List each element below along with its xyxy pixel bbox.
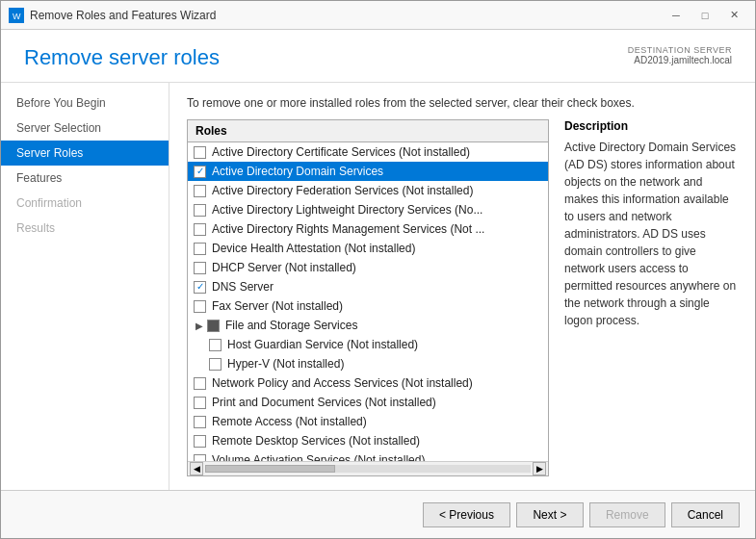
list-item[interactable]: DNS Server (188, 277, 548, 296)
content-area: Remove server roles DESTINATION SERVER A… (1, 30, 755, 490)
sidebar-item-results: Results (1, 216, 169, 241)
description-text: Active Directory Domain Services (AD DS)… (564, 139, 738, 329)
list-item[interactable]: Network Policy and Access Services (Not … (188, 373, 548, 393)
checkbox-vol-act[interactable] (194, 454, 206, 462)
panels: Roles Active Directory Certificate Servi… (187, 119, 738, 476)
list-item[interactable]: Active Directory Rights Management Servi… (188, 219, 548, 239)
previous-button[interactable]: < Previous (423, 502, 510, 527)
page-title: Remove server roles (24, 45, 220, 70)
list-item[interactable]: Active Directory Federation Services (No… (188, 181, 548, 200)
role-label: Network Policy and Access Services (Not … (212, 376, 473, 390)
wizard-icon: W (9, 8, 24, 23)
destination-server-name: AD2019.jamiltech.local (628, 55, 732, 65)
main-content: To remove one or more installed roles fr… (169, 83, 755, 490)
roles-list[interactable]: Active Directory Certificate Services (N… (188, 142, 548, 461)
main-area: Before You Begin Server Selection Server… (1, 83, 755, 490)
checkbox-dns[interactable] (194, 281, 206, 294)
cancel-button[interactable]: Cancel (671, 502, 740, 527)
title-bar-left: W Remove Roles and Features Wizard (9, 8, 216, 23)
list-item[interactable]: Hyper-V (Not installed) (203, 354, 548, 373)
role-label: Remote Access (Not installed) (212, 415, 367, 428)
role-label: Print and Document Services (Not install… (212, 396, 436, 409)
checkbox-ad-cert[interactable] (194, 146, 206, 159)
list-item[interactable]: DHCP Server (Not installed) (188, 258, 548, 277)
remove-button[interactable]: Remove (589, 502, 665, 527)
checkbox-dhcp[interactable] (194, 262, 206, 274)
sidebar-item-features[interactable]: Features (1, 166, 169, 191)
checkbox-remote-access[interactable] (194, 416, 206, 428)
list-item[interactable]: Device Health Attestation (Not installed… (188, 239, 548, 258)
sidebar: Before You Begin Server Selection Server… (1, 83, 169, 490)
role-label: Volume Activation Services (Not installe… (212, 453, 425, 461)
role-label: Host Guardian Service (Not installed) (227, 338, 418, 351)
sidebar-item-before-you-begin[interactable]: Before You Begin (1, 90, 169, 116)
checkbox-ad-ds[interactable] (194, 166, 206, 178)
checkbox-npas[interactable] (194, 377, 206, 390)
checkbox-ad-rms[interactable] (194, 223, 206, 236)
checkbox-ad-lds[interactable] (194, 204, 206, 217)
role-label: Active Directory Federation Services (No… (212, 184, 473, 197)
role-label: Active Directory Lightweight Directory S… (212, 203, 482, 217)
roles-panel-header: Roles (188, 120, 548, 142)
scroll-track[interactable] (205, 465, 531, 473)
footer: < Previous Next > Remove Cancel (1, 490, 755, 538)
list-item[interactable]: Print and Document Services (Not install… (188, 393, 548, 412)
minimize-button[interactable]: ─ (663, 5, 690, 26)
description-header: Description (564, 119, 738, 133)
role-label: Active Directory Domain Services (212, 165, 383, 178)
scroll-left-btn[interactable]: ◀ (190, 462, 203, 475)
title-bar: W Remove Roles and Features Wizard ─ □ ✕ (1, 1, 755, 30)
roles-panel: Roles Active Directory Certificate Servi… (187, 119, 549, 476)
list-item[interactable]: Active Directory Domain Services (188, 162, 548, 181)
sidebar-item-server-roles[interactable]: Server Roles (1, 141, 169, 166)
role-label: Remote Desktop Services (Not installed) (212, 434, 420, 448)
role-label: Hyper-V (Not installed) (227, 357, 344, 371)
title-bar-controls: ─ □ ✕ (663, 5, 747, 26)
checkbox-rds[interactable] (194, 435, 206, 448)
horizontal-scrollbar[interactable]: ◀ ▶ (188, 461, 548, 475)
checkbox-file-storage[interactable] (207, 320, 220, 332)
list-item[interactable]: Volume Activation Services (Not installe… (188, 450, 548, 461)
role-label: Active Directory Certificate Services (N… (212, 145, 470, 159)
sidebar-item-confirmation: Confirmation (1, 191, 169, 216)
list-item[interactable]: ▶ File and Storage Services (188, 316, 548, 335)
description-panel: Description Active Directory Domain Serv… (564, 119, 738, 476)
destination-label: DESTINATION SERVER (628, 45, 732, 55)
role-label: File and Storage Services (225, 319, 357, 332)
checkbox-ad-fed[interactable] (194, 185, 206, 197)
list-item[interactable]: Remote Access (Not installed) (188, 412, 548, 431)
role-label: DHCP Server (Not installed) (212, 261, 356, 274)
role-label: Active Directory Rights Management Servi… (212, 222, 484, 236)
list-item[interactable]: Remote Desktop Services (Not installed) (188, 431, 548, 450)
role-label: Device Health Attestation (Not installed… (212, 242, 415, 255)
destination-server-info: DESTINATION SERVER AD2019.jamiltech.loca… (628, 45, 732, 65)
checkbox-print-doc[interactable] (194, 397, 206, 409)
close-button[interactable]: ✕ (720, 5, 747, 26)
window-title: Remove Roles and Features Wizard (30, 9, 216, 22)
maximize-button[interactable]: □ (691, 5, 718, 26)
sidebar-item-server-selection[interactable]: Server Selection (1, 116, 169, 141)
role-label: DNS Server (212, 280, 274, 294)
list-item[interactable]: Fax Server (Not installed) (188, 296, 548, 316)
list-item[interactable]: Active Directory Certificate Services (N… (188, 142, 548, 162)
next-button[interactable]: Next > (516, 502, 584, 527)
role-label: Fax Server (Not installed) (212, 299, 343, 313)
list-item[interactable]: Active Directory Lightweight Directory S… (188, 200, 548, 219)
instruction-text: To remove one or more installed roles fr… (187, 96, 738, 110)
scroll-thumb[interactable] (205, 465, 335, 473)
header-section: Remove server roles DESTINATION SERVER A… (1, 30, 755, 83)
checkbox-host-guardian[interactable] (209, 339, 222, 351)
expander-icon[interactable]: ▶ (194, 320, 205, 331)
checkbox-device-health[interactable] (194, 243, 206, 255)
scroll-right-btn[interactable]: ▶ (533, 462, 546, 475)
svg-text:W: W (13, 12, 21, 21)
list-item[interactable]: Host Guardian Service (Not installed) (203, 335, 548, 354)
checkbox-fax[interactable] (194, 300, 206, 313)
checkbox-hyperv[interactable] (209, 358, 222, 371)
main-window: W Remove Roles and Features Wizard ─ □ ✕… (0, 0, 756, 539)
